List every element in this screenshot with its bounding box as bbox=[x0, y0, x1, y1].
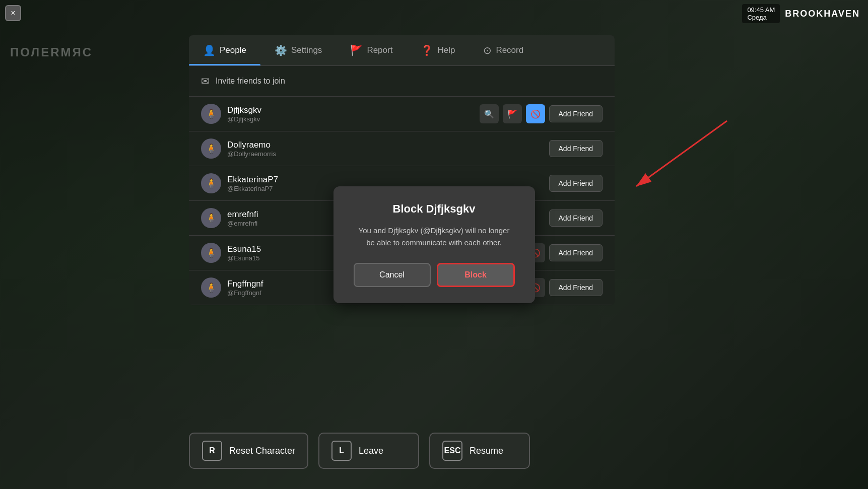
modal-body: You and Djfjksgkv (@Djfjksgkv) will no l… bbox=[354, 225, 515, 249]
svg-line-1 bbox=[636, 121, 727, 186]
modal-title: Block Djfjksgkv bbox=[354, 202, 515, 216]
arrow-annotation bbox=[596, 111, 737, 212]
block-modal: Block Djfjksgkv You and Djfjksgkv (@Djfj… bbox=[333, 186, 535, 303]
modal-buttons: Cancel Block bbox=[354, 263, 515, 287]
block-confirm-button[interactable]: Block bbox=[437, 263, 515, 287]
cancel-button[interactable]: Cancel bbox=[354, 263, 431, 287]
modal-overlay: Block Djfjksgkv You and Djfjksgkv (@Djfj… bbox=[0, 0, 868, 489]
